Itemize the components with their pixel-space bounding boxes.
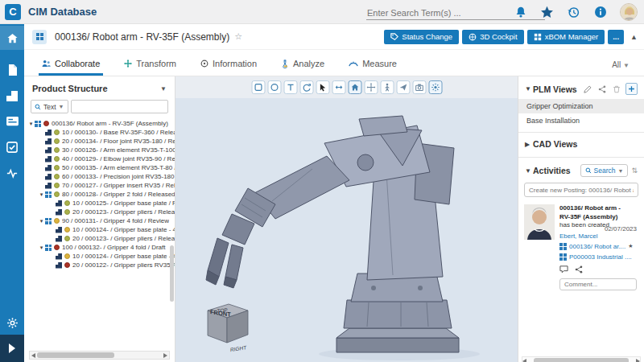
tree-item[interactable]: ▾40 / 000129- / Elbow joint RV35-90 / Re… [24, 154, 175, 163]
cad-views-header[interactable]: ▶ CAD Views [518, 133, 644, 153]
fly-mode-button[interactable] [396, 80, 410, 94]
bell-icon[interactable] [514, 6, 527, 19]
favorites-star-icon[interactable] [540, 6, 554, 19]
activities-search-dropdown[interactable]: Search ▼ [580, 164, 629, 177]
tree-horizontal-scrollbar[interactable] [29, 351, 170, 360]
sidebar-item-tasks[interactable] [0, 135, 24, 159]
move-button[interactable] [364, 80, 378, 94]
tree-item[interactable]: ▾70 / 000127- / Gripper insert RV35 / Re… [24, 181, 175, 190]
search-mode-dropdown[interactable]: Text ▼ [31, 100, 68, 113]
edit-icon[interactable] [582, 84, 592, 94]
post-object-link[interactable]: 000136/ Robot ar.... ★ [559, 243, 638, 250]
plm-views-header[interactable]: ▼ PLM Views [518, 76, 644, 99]
post-author-link[interactable]: Ebert, Marcel [559, 232, 638, 240]
tree-item[interactable]: ▾10 / 000130- / Base RV-35F-360 / Releas [24, 128, 175, 137]
expand-caret-icon[interactable]: ▾ [38, 218, 45, 224]
tree-item[interactable]: ▾100 / 000132- / Gripper 4 fold / Draft [24, 243, 175, 252]
rect-markup-button[interactable] [251, 80, 265, 94]
share-icon[interactable] [575, 265, 583, 274]
trash-icon[interactable] [611, 84, 621, 94]
text-markup-button[interactable] [283, 80, 297, 94]
more-actions-button[interactable]: ... [608, 30, 624, 44]
scroll-left-arrow[interactable] [30, 352, 37, 359]
scroll-right-arrow[interactable] [636, 359, 640, 362]
history-icon[interactable] [567, 6, 580, 19]
tree-vertical-scrollbar[interactable] [170, 197, 174, 326]
plm-view-item[interactable]: Gripper Optimization [518, 99, 644, 113]
tree-item[interactable]: ▾50 / 000135- / Arm element RV35-T-80 / [24, 163, 175, 172]
part-icon [56, 200, 62, 207]
tab-collaborate[interactable]: Collaborate [39, 59, 103, 76]
tree-item[interactable]: ▾10 / 000124- / Gripper base plate - 4 [24, 252, 175, 261]
sidebar-item-parts[interactable] [0, 84, 24, 108]
share-icon[interactable] [597, 84, 607, 94]
tree-item[interactable]: ▾80 / 000128- / Gripper 2 fold / Release… [24, 190, 175, 199]
sidebar-item-boards[interactable] [0, 109, 24, 134]
add-view-button[interactable] [625, 83, 638, 95]
info-icon[interactable] [593, 6, 607, 19]
scroll-left-arrow[interactable] [522, 359, 526, 362]
favorite-star-icon[interactable]: ★ [628, 243, 633, 249]
expand-caret-icon[interactable]: ▾ [38, 245, 45, 251]
tab-information[interactable]: Information [197, 59, 260, 76]
favorite-star-icon[interactable]: ☆ [234, 31, 242, 42]
chevron-right-icon[interactable]: ▶ [525, 141, 533, 148]
view-filter-dropdown[interactable]: All ▼ [612, 60, 630, 69]
sidebar-item-activity[interactable] [0, 161, 24, 185]
tree-item[interactable]: ▾20 / 000122- / Gripper pliers RV35-R [24, 261, 175, 269]
sidebar-item-settings[interactable] [0, 311, 24, 335]
plm-view-item[interactable]: Base Installation [518, 113, 644, 128]
chevron-down-icon[interactable]: ▼ [160, 85, 167, 93]
3d-viewer[interactable]: TOP FRONT RIGHT [175, 76, 518, 362]
tab-analyze[interactable]: Analyze [278, 59, 328, 76]
pan-icon [334, 83, 343, 92]
select-cursor-button[interactable] [316, 80, 329, 94]
tree-item[interactable]: ▾20 / 000123- / Gripper pliers / Relea [24, 208, 175, 216]
circle-markup-button[interactable] [267, 80, 281, 94]
status-change-button[interactable]: Status Change [384, 30, 459, 44]
redo-button[interactable] [299, 80, 313, 94]
tab-measure[interactable]: Measure [345, 59, 400, 76]
comment-input[interactable] [559, 278, 637, 290]
home-view-button[interactable] [348, 80, 361, 94]
sidebar-collapse-button[interactable] [0, 335, 24, 362]
tree-item[interactable]: ▾10 / 000124- / Gripper base plate - 4 [24, 225, 175, 234]
tree-item[interactable]: ▾10 / 000125- / Gripper base plate / R [24, 199, 175, 208]
tree-item-label: 10 / 000130- / Base RV-35F-360 / Releas [62, 129, 175, 136]
post-project-link[interactable]: P000003 Industrial .... [559, 253, 638, 261]
app-logo[interactable]: C [5, 4, 21, 20]
sidebar-item-home[interactable] [0, 26, 24, 50]
comment-icon[interactable] [559, 265, 568, 274]
3d-cockpit-button[interactable]: 3D Cockpit [462, 30, 523, 44]
collapse-header-caret[interactable]: ▲ [630, 33, 638, 41]
expand-caret-icon[interactable]: ▾ [38, 191, 45, 198]
new-posting-input[interactable] [524, 183, 638, 197]
structure-search-input[interactable] [71, 100, 168, 113]
tree-item[interactable]: ▾30 / 000126- / Arm element RV35-T-100 [24, 146, 175, 154]
tree-item[interactable]: ▾20 / 000134- / Floor joint RV35-180 / R… [24, 137, 175, 146]
sort-icon[interactable]: ⇅ [631, 167, 638, 175]
robot-arm-model[interactable]: TOP FRONT RIGHT [175, 98, 518, 362]
user-avatar[interactable] [620, 3, 638, 21]
status-dot-olive [54, 130, 60, 135]
expand-caret-icon[interactable]: ▾ [27, 121, 35, 127]
walk-mode-button[interactable] [380, 80, 394, 94]
viewer-settings-button[interactable] [428, 80, 442, 94]
tree-item[interactable]: ▾90 / 000131- / Gripper 4 fold / Review [24, 216, 175, 225]
chevron-down-icon[interactable]: ▼ [525, 85, 533, 93]
view-cube[interactable]: TOP FRONT RIGHT [208, 304, 248, 352]
comment-box [559, 278, 638, 290]
tree-item[interactable]: ▾20 / 000123- / Gripper pliers / Relea [24, 234, 175, 243]
tab-transform[interactable]: Transform [121, 59, 180, 76]
pan-button[interactable] [332, 80, 345, 94]
product-structure-header: Product Structure ▼ [24, 76, 175, 97]
xbom-manager-button[interactable]: xBOM Manager [527, 30, 605, 44]
activities-horizontal-scrollbar[interactable] [522, 356, 641, 362]
page-content: 000136/ Robot arm - RV-35F (Assembly) ☆ … [24, 24, 644, 362]
sidebar-item-documents[interactable] [0, 58, 24, 82]
chevron-down-icon[interactable]: ▼ [525, 167, 533, 175]
tree-item[interactable]: ▾60 / 000133- / Precision joint RV35-180 [24, 172, 175, 181]
snapshot-button[interactable] [412, 80, 426, 94]
scroll-right-arrow[interactable] [162, 352, 169, 359]
tree-item[interactable]: ▾000136/ Robot arm - RV-35F (Assembly) [24, 119, 175, 128]
